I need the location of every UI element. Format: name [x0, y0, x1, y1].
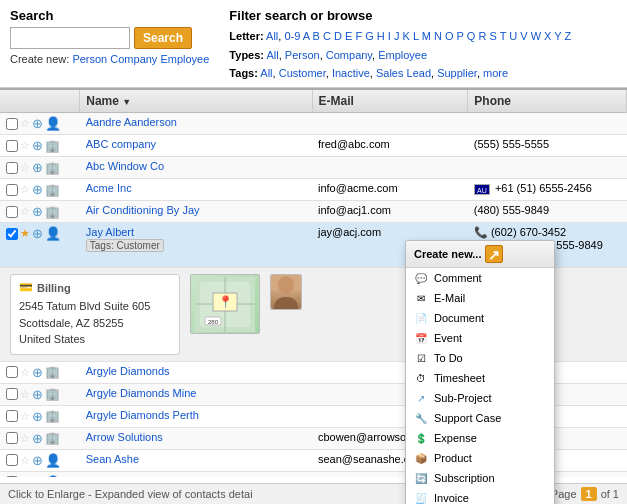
- filter-letter-r[interactable]: R: [478, 30, 486, 42]
- contact-name-link[interactable]: Abc Window Co: [86, 160, 164, 172]
- search-button[interactable]: Search: [134, 27, 192, 49]
- filter-tag-all[interactable]: All: [260, 67, 272, 79]
- row-checkbox[interactable]: [6, 476, 18, 477]
- star-icon[interactable]: ☆: [20, 183, 30, 196]
- contact-name-link[interactable]: Argyle Diamonds: [86, 365, 170, 377]
- filter-letter-w[interactable]: W: [531, 30, 541, 42]
- add-icon[interactable]: ⊕: [32, 453, 43, 468]
- filter-letter-u[interactable]: U: [509, 30, 517, 42]
- row-checkbox[interactable]: [6, 184, 18, 196]
- row-checkbox[interactable]: [6, 454, 18, 466]
- dropdown-item-timesheet[interactable]: ⏱ Timesheet: [406, 368, 554, 388]
- star-icon[interactable]: ☆: [20, 117, 30, 130]
- create-person-link[interactable]: Person: [72, 53, 107, 65]
- dropdown-header[interactable]: Create new... ↗: [406, 241, 554, 268]
- filter-letter-x[interactable]: X: [544, 30, 551, 42]
- add-icon[interactable]: ⊕: [32, 204, 43, 219]
- contact-name-link[interactable]: Sean Ashe: [86, 453, 139, 465]
- map-thumbnail[interactable]: 📍 280: [190, 274, 260, 334]
- filter-tag-supplier[interactable]: Supplier: [437, 67, 477, 79]
- contact-name-link[interactable]: Acme Inc: [86, 182, 132, 194]
- filter-letter-v[interactable]: V: [520, 30, 527, 42]
- star-icon[interactable]: ☆: [20, 432, 30, 445]
- filter-letter-y[interactable]: Y: [554, 30, 561, 42]
- add-icon[interactable]: ⊕: [32, 431, 43, 446]
- filter-letter-t[interactable]: T: [500, 30, 507, 42]
- row-checkbox[interactable]: [6, 118, 18, 130]
- filter-letter-i[interactable]: I: [388, 30, 391, 42]
- create-employee-link[interactable]: Employee: [160, 53, 209, 65]
- filter-letter-d[interactable]: D: [334, 30, 342, 42]
- add-icon[interactable]: ⊕: [32, 182, 43, 197]
- filter-tag-saleslead[interactable]: Sales Lead: [376, 67, 431, 79]
- contact-name-link[interactable]: Argyle Diamonds Perth: [86, 409, 199, 421]
- col-name-header[interactable]: Name ▼: [80, 89, 312, 113]
- contact-name-link[interactable]: Arrow Solutions: [86, 431, 163, 443]
- contact-name-link[interactable]: Sean Ashe: [86, 475, 139, 478]
- filter-letter-j[interactable]: J: [394, 30, 400, 42]
- star-icon[interactable]: ☆: [20, 454, 30, 467]
- filter-type-employee[interactable]: Employee: [378, 49, 427, 61]
- dropdown-item-todo[interactable]: ☑ To Do: [406, 348, 554, 368]
- filter-letter-e[interactable]: E: [345, 30, 352, 42]
- dropdown-item-expense[interactable]: 💲 Expense: [406, 428, 554, 448]
- star-icon[interactable]: ☆: [20, 366, 30, 379]
- filter-letter-n[interactable]: N: [434, 30, 442, 42]
- current-page[interactable]: 1: [581, 487, 597, 501]
- row-checkbox[interactable]: [6, 228, 18, 240]
- filter-type-all[interactable]: All: [266, 49, 278, 61]
- add-icon[interactable]: ⊕: [32, 365, 43, 380]
- star-icon[interactable]: ★: [20, 227, 30, 240]
- filter-letter-a[interactable]: A: [303, 30, 310, 42]
- search-input[interactable]: [10, 27, 130, 49]
- filter-letter-h[interactable]: H: [377, 30, 385, 42]
- filter-letter-k[interactable]: K: [403, 30, 410, 42]
- add-icon[interactable]: ⊕: [32, 387, 43, 402]
- row-checkbox[interactable]: [6, 432, 18, 444]
- filter-letter-m[interactable]: M: [422, 30, 431, 42]
- dropdown-item-comment[interactable]: 💬 Comment: [406, 268, 554, 288]
- dropdown-item-event[interactable]: 📅 Event: [406, 328, 554, 348]
- star-icon[interactable]: ☆: [20, 476, 30, 478]
- col-phone-header[interactable]: Phone: [468, 89, 627, 113]
- filter-tag-more[interactable]: more: [483, 67, 508, 79]
- contact-name-link[interactable]: ABC company: [86, 138, 156, 150]
- filter-letter-o[interactable]: O: [445, 30, 454, 42]
- filter-type-person[interactable]: Person: [285, 49, 320, 61]
- dropdown-item-product[interactable]: 📦 Product: [406, 448, 554, 468]
- dropdown-item-invoice[interactable]: 🧾 Invoice: [406, 488, 554, 504]
- star-icon[interactable]: ☆: [20, 388, 30, 401]
- filter-type-company[interactable]: Company: [326, 49, 372, 61]
- contact-name-link[interactable]: Argyle Diamonds Mine: [86, 387, 197, 399]
- row-checkbox[interactable]: [6, 366, 18, 378]
- dropdown-item-email[interactable]: ✉ E-Mail: [406, 288, 554, 308]
- contact-name-link[interactable]: Aandre Aanderson: [86, 116, 177, 128]
- add-icon[interactable]: ⊕: [32, 160, 43, 175]
- filter-tag-inactive[interactable]: Inactive: [332, 67, 370, 79]
- row-checkbox[interactable]: [6, 388, 18, 400]
- filter-letter-p[interactable]: P: [457, 30, 464, 42]
- star-icon[interactable]: ☆: [20, 161, 30, 174]
- filter-letter-09[interactable]: 0-9: [284, 30, 300, 42]
- row-checkbox[interactable]: [6, 140, 18, 152]
- star-icon[interactable]: ☆: [20, 139, 30, 152]
- add-icon[interactable]: ⊕: [32, 409, 43, 424]
- add-icon[interactable]: ⊕: [32, 475, 43, 478]
- filter-letter-q[interactable]: Q: [467, 30, 476, 42]
- add-icon[interactable]: ⊕: [32, 138, 43, 153]
- dropdown-item-subproject[interactable]: ↗ Sub-Project: [406, 388, 554, 408]
- filter-tag-customer[interactable]: Customer: [279, 67, 326, 79]
- star-icon[interactable]: ☆: [20, 410, 30, 423]
- col-email-header[interactable]: E-Mail: [312, 89, 468, 113]
- filter-letter-l[interactable]: L: [413, 30, 419, 42]
- filter-letter-b[interactable]: B: [313, 30, 320, 42]
- add-icon[interactable]: ⊕: [32, 116, 43, 131]
- filter-letter-all[interactable]: All: [266, 30, 278, 42]
- row-checkbox[interactable]: [6, 206, 18, 218]
- filter-letter-f[interactable]: F: [355, 30, 362, 42]
- dropdown-item-subscription[interactable]: 🔄 Subscription: [406, 468, 554, 488]
- filter-letter-s[interactable]: S: [489, 30, 496, 42]
- filter-letter-c[interactable]: C: [323, 30, 331, 42]
- row-checkbox[interactable]: [6, 162, 18, 174]
- contact-name-link[interactable]: Jay Albert: [86, 226, 134, 238]
